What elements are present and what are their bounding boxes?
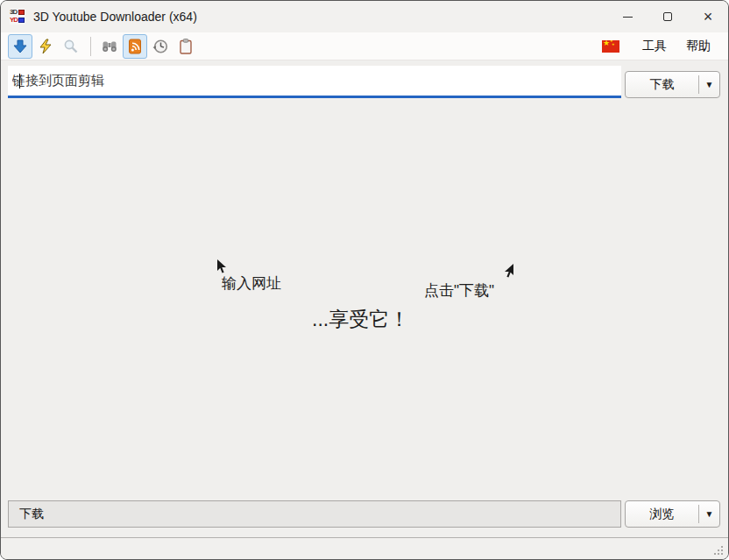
window-controls: × — [607, 1, 728, 32]
window-title: 3D Youtube Downloader (x64) — [33, 10, 197, 24]
toolbar: ★ ★ ★ 工具 帮助 — [1, 32, 728, 60]
maximize-icon — [663, 12, 672, 21]
find-video-button[interactable] — [97, 34, 122, 59]
resize-grip[interactable] — [721, 553, 723, 555]
download-status-field: 下载 — [8, 500, 621, 528]
browse-split-button[interactable]: 浏览 ▼ — [625, 500, 720, 528]
clipboard-button[interactable] — [173, 34, 198, 59]
history-clock-icon — [152, 38, 169, 55]
url-input-wrap — [8, 66, 621, 98]
binoculars-icon — [101, 38, 118, 55]
toolbar-separator — [90, 37, 91, 56]
url-input[interactable] — [12, 66, 621, 96]
browse-dropdown-arrow[interactable]: ▼ — [699, 501, 719, 527]
close-button[interactable]: × — [688, 1, 728, 32]
quick-convert-button[interactable] — [33, 34, 58, 59]
menu-tools[interactable]: 工具 — [642, 39, 667, 54]
close-icon: × — [704, 9, 713, 25]
lightning-icon — [37, 38, 54, 55]
hint-click-download: 点击"下载" — [424, 280, 494, 301]
browse-button-label[interactable]: 浏览 — [626, 501, 698, 527]
download-dropdown-arrow[interactable]: ▼ — [699, 72, 719, 97]
titlebar: 3D YD 3D Youtube Downloader (x64) × — [1, 1, 728, 32]
rss-feed-icon — [126, 38, 144, 55]
hint-enter-url: 输入网址 — [222, 273, 281, 294]
search-button[interactable] — [59, 34, 83, 59]
hint-enjoy: ...享受它！ — [312, 306, 409, 333]
search-icon — [62, 38, 80, 55]
statusbar — [1, 537, 728, 559]
clipboard-icon — [177, 38, 195, 55]
hint-cursor-up-right-icon — [504, 264, 514, 282]
toolbar-right: ★ ★ ★ 工具 帮助 — [602, 39, 721, 54]
menu-help[interactable]: 帮助 — [686, 39, 711, 54]
minimize-button[interactable] — [607, 1, 648, 32]
maximize-button[interactable] — [648, 1, 688, 32]
download-button-label[interactable]: 下载 — [626, 72, 698, 97]
china-flag-icon[interactable]: ★ ★ ★ — [602, 40, 619, 53]
text-caret — [19, 74, 20, 89]
download-mode-button[interactable] — [8, 34, 32, 59]
rss-feed-button[interactable] — [123, 34, 147, 59]
app-window: 3D YD 3D Youtube Downloader (x64) × — [0, 0, 729, 560]
minimize-icon — [623, 17, 633, 18]
download-split-button[interactable]: 下载 ▼ — [625, 71, 720, 98]
app-logo-icon: 3D YD — [10, 9, 25, 25]
download-arrow-icon — [11, 38, 29, 55]
history-button[interactable] — [148, 34, 173, 59]
download-status-label: 下载 — [19, 507, 44, 522]
